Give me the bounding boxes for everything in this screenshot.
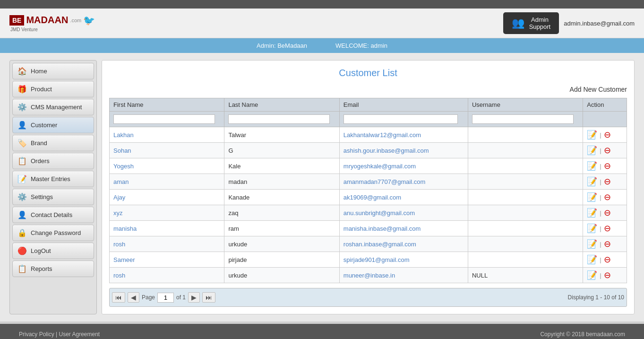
table-row: YogeshKalemryogeshkale@gmail.com📝|⊖ <box>110 158 627 174</box>
cell-username <box>468 143 583 158</box>
sidebar-label-orders: Orders <box>31 157 50 165</box>
sidebar-item-brand[interactable]: 🏷️ Brand <box>12 135 94 151</box>
customer-icon: 👤 <box>17 121 27 130</box>
delete-button[interactable]: ⊖ <box>604 130 611 140</box>
sidebar-label-brand: Brand <box>31 139 47 147</box>
firstname-link[interactable]: Sohan <box>113 147 131 154</box>
filter-username-input[interactable] <box>472 114 574 124</box>
email-link[interactable]: mryogeshkale@gmail.com <box>343 163 416 170</box>
sidebar-item-settings[interactable]: ⚙️ Settings <box>12 189 94 205</box>
sidebar-item-contact[interactable]: 👤 Contact Details <box>12 207 94 223</box>
sidebar-item-logout[interactable]: 🔴 LogOut <box>12 243 94 259</box>
edit-button[interactable]: 📝 <box>587 145 597 156</box>
edit-button[interactable]: 📝 <box>587 239 597 249</box>
first-page-button[interactable]: ⏮ <box>112 292 125 303</box>
table-row: roshurkudemuneer@inbase.inNULL📝|⊖ <box>110 268 627 283</box>
cell-firstname: Sohan <box>110 143 224 158</box>
table-row: xyzzaqanu.sunbright@gmail.com📝|⊖ <box>110 205 627 221</box>
sidebar-label-contact: Contact Details <box>31 211 72 218</box>
edit-button[interactable]: 📝 <box>587 270 597 280</box>
sidebar-item-reports[interactable]: 📋 Reports <box>12 261 94 277</box>
filter-email-input[interactable] <box>343 114 458 124</box>
sidebar-item-product[interactable]: 🎁 Product <box>12 81 94 97</box>
filter-lastname-input[interactable] <box>228 114 330 124</box>
table-row: amanmadanamanmadan7707@gmail.com📝|⊖ <box>110 174 627 190</box>
orders-icon: 📋 <box>17 156 27 165</box>
content-area: Customer List Add New Customer First Nam… <box>102 60 635 314</box>
delete-button[interactable]: ⊖ <box>604 270 611 280</box>
cell-email: Lakhantalwar12@gmail.com <box>339 127 468 143</box>
firstname-link[interactable]: manisha <box>113 225 137 232</box>
email-link[interactable]: ak19069@gmail.com <box>343 194 401 201</box>
sidebar-item-orders[interactable]: 📋 Orders <box>12 153 94 169</box>
cell-email: muneer@inbase.in <box>339 268 468 283</box>
firstname-link[interactable]: Sameer <box>113 256 135 263</box>
next-page-button[interactable]: ▶ <box>188 292 200 303</box>
page-input[interactable] <box>157 293 174 303</box>
sidebar-item-master[interactable]: 📝 Master Entries <box>12 171 94 187</box>
firstname-link[interactable]: Ajay <box>113 194 125 201</box>
master-icon: 📝 <box>17 174 27 183</box>
filter-email[interactable] <box>339 112 468 127</box>
delete-button[interactable]: ⊖ <box>604 192 611 202</box>
delete-button[interactable]: ⊖ <box>604 208 611 218</box>
edit-button[interactable]: 📝 <box>587 192 597 202</box>
firstname-link[interactable]: aman <box>113 178 129 185</box>
delete-button[interactable]: ⊖ <box>604 254 611 265</box>
sidebar-item-cms[interactable]: ⚙️ CMS Management <box>12 99 94 115</box>
table-row: AjayKanadeak19069@gmail.com📝|⊖ <box>110 190 627 205</box>
email-link[interactable]: spirjade901@gmail.com <box>343 256 410 263</box>
cell-username <box>468 221 583 236</box>
edit-button[interactable]: 📝 <box>587 223 597 234</box>
email-link[interactable]: anu.sunbright@gmail.com <box>343 209 415 217</box>
cell-action: 📝|⊖ <box>583 174 627 190</box>
firstname-link[interactable]: Yogesh <box>113 163 134 170</box>
cell-firstname: rosh <box>110 236 224 252</box>
delete-button[interactable]: ⊖ <box>604 145 611 156</box>
nav-admin-label: Admin: BeMadaan <box>257 42 307 49</box>
cms-icon: ⚙️ <box>17 103 27 112</box>
edit-button[interactable]: 📝 <box>587 176 597 187</box>
edit-button[interactable]: 📝 <box>587 208 597 218</box>
delete-button[interactable]: ⊖ <box>604 239 611 249</box>
firstname-link[interactable]: Lakhan <box>113 131 134 139</box>
delete-button[interactable]: ⊖ <box>604 176 611 187</box>
email-link[interactable]: roshan.inbase@gmail.com <box>343 241 416 248</box>
firstname-link[interactable]: rosh <box>113 241 125 248</box>
filter-firstname[interactable] <box>110 112 224 127</box>
cell-firstname: rosh <box>110 268 224 283</box>
filter-lastname[interactable] <box>224 112 339 127</box>
admin-support-button[interactable]: 👥 Admin Support <box>503 12 559 34</box>
pagination-bar: ⏮ ◀ Page of 1 ▶ ⏭ Displaying 1 - 10 of 1… <box>109 288 627 307</box>
cell-action: 📝|⊖ <box>583 252 627 268</box>
email-link[interactable]: Lakhantalwar12@gmail.com <box>343 131 421 139</box>
privacy-policy-link[interactable]: Privacy Policy <box>19 331 54 338</box>
filter-firstname-input[interactable] <box>113 114 215 124</box>
edit-button[interactable]: 📝 <box>587 161 597 171</box>
cell-lastname: madan <box>224 174 339 190</box>
email-link[interactable]: muneer@inbase.in <box>343 272 395 279</box>
last-page-button[interactable]: ⏭ <box>202 292 215 303</box>
filter-username[interactable] <box>468 112 583 127</box>
email-link[interactable]: ashish.gour.inbase@gmail.com <box>343 147 429 154</box>
user-agreement-link[interactable]: User Agreement <box>59 331 100 338</box>
edit-button[interactable]: 📝 <box>587 130 597 140</box>
cell-action: 📝|⊖ <box>583 268 627 283</box>
email-link[interactable]: manisha.inbase@gmail.com <box>343 225 421 232</box>
sidebar-item-customer[interactable]: 👤 Customer <box>12 117 94 133</box>
sidebar-item-home[interactable]: 🏠 Home <box>12 63 94 79</box>
email-link[interactable]: amanmadan7707@gmail.com <box>343 178 426 185</box>
firstname-link[interactable]: rosh <box>113 272 125 279</box>
prev-page-button[interactable]: ◀ <box>128 292 139 303</box>
cell-lastname: Kale <box>224 158 339 174</box>
delete-button[interactable]: ⊖ <box>604 223 611 234</box>
add-new-customer-link[interactable]: Add New Customer <box>109 86 627 93</box>
edit-button[interactable]: 📝 <box>587 254 597 265</box>
sidebar-item-password[interactable]: 🔒 Change Password <box>12 225 94 241</box>
delete-button[interactable]: ⊖ <box>604 161 611 171</box>
display-info: Displaying 1 - 10 of 10 <box>568 294 624 301</box>
cell-firstname: xyz <box>110 205 224 221</box>
firstname-link[interactable]: xyz <box>113 209 123 217</box>
main-layout: 🏠 Home 🎁 Product ⚙️ CMS Management 👤 Cus… <box>0 53 644 322</box>
logo-area: BE MADAAN .com 🐦 JMD Venture <box>9 15 95 32</box>
